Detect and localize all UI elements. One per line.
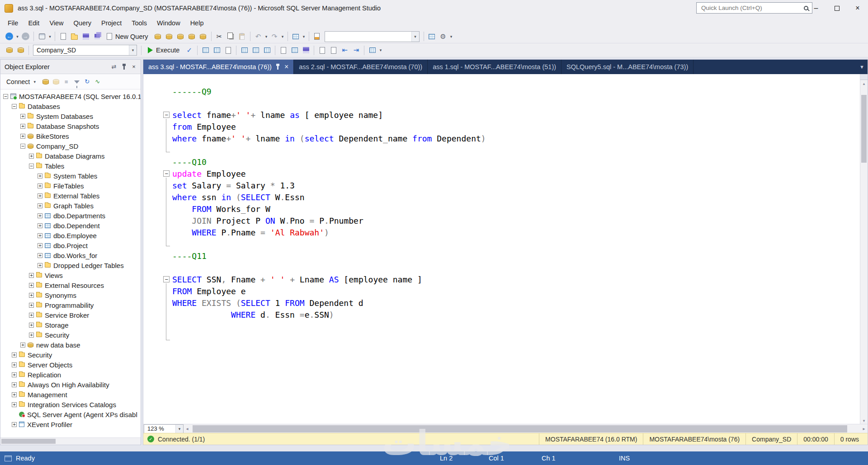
expand-icon[interactable]: + [12,422,17,427]
tree-item[interactable]: +Replication [0,370,141,380]
new-database-engine-query-icon[interactable] [152,31,164,42]
tree-item[interactable]: SQL Server Agent (Agent XPs disabl [0,409,141,419]
quick-launch-input[interactable] [700,4,804,12]
tree-item[interactable]: +BikeStores [0,131,141,141]
comment-icon[interactable] [316,45,328,56]
nav-back-icon[interactable]: ← [4,31,15,42]
tree-item[interactable]: +dbo.Dependent [0,221,141,230]
tree-item[interactable]: +new data base [0,340,141,350]
expand-icon[interactable]: + [38,263,42,268]
scroll-right-icon[interactable]: ▸ [860,424,868,433]
vertical-scrollbar[interactable]: ▴ ▾ [860,74,868,424]
menu-query[interactable]: Query [69,16,97,30]
chevron-down-icon[interactable]: ▾ [411,32,419,42]
tab-4[interactable]: SQLQuery5.sql - M...ABEE74\mosta (73)) [561,60,693,74]
increase-indent-icon[interactable]: ⇥ [350,45,362,56]
tree-item[interactable]: −Company_SD [0,141,141,151]
expand-icon[interactable]: + [12,372,17,377]
decrease-indent-icon[interactable]: ⇤ [339,45,350,56]
expand-icon[interactable]: + [38,203,42,208]
tree-item[interactable]: +Synonyms [0,290,141,300]
minimize-button[interactable]: – [806,0,826,16]
tree-item[interactable]: +Security [0,350,141,360]
close-button[interactable]: × [847,0,868,16]
connect-button[interactable]: Connect ▾ [3,76,40,87]
filter-icon[interactable] [71,76,82,87]
tree-item[interactable]: +XEvent Profiler [0,419,141,429]
available-databases-combo[interactable]: Company_SD▾ [33,45,137,56]
tree-item[interactable]: +Server Objects [0,360,141,370]
expand-icon[interactable]: + [20,134,25,139]
tools-options-icon[interactable]: ⚙ [438,31,449,42]
nav-back-caret[interactable]: ▾ [15,34,20,39]
menu-file[interactable]: File [3,16,23,30]
pin-icon[interactable] [277,66,278,70]
expand-icon[interactable]: + [29,303,34,308]
toolbar-overflow-caret[interactable]: ▾ [378,48,383,52]
collapse-icon[interactable]: − [20,144,25,149]
collapse-region-icon[interactable]: − [163,276,170,282]
disconnect-icon[interactable] [51,76,61,87]
tree-item[interactable]: +FileTables [0,181,141,191]
undo-icon[interactable]: ↶ [253,31,264,42]
new-query-button[interactable]: New Query [103,31,152,42]
chevron-down-icon[interactable]: ▾ [129,45,137,55]
expand-icon[interactable]: + [20,124,25,129]
tree-item[interactable]: +System Databases [0,111,141,121]
expand-icon[interactable]: + [38,174,42,178]
redo-icon[interactable]: ↷ [269,31,280,42]
scroll-up-icon[interactable]: ▴ [860,80,868,87]
expand-icon[interactable]: + [29,283,34,288]
expand-icon[interactable]: + [38,243,42,248]
close-icon[interactable]: × [284,63,288,71]
tree-item[interactable]: +External Resources [0,280,141,290]
parse-icon[interactable]: ✓ [184,45,195,56]
undo-caret[interactable]: ▾ [264,34,269,39]
connect-object-explorer-icon[interactable] [40,76,51,87]
expand-icon[interactable]: + [38,193,42,198]
close-icon[interactable]: × [129,62,139,72]
expand-icon[interactable]: + [29,293,34,298]
horizontal-scroll-thumb[interactable] [1,439,56,444]
tree-item[interactable]: −Databases [0,101,141,111]
tree-item[interactable]: +Service Broker [0,310,141,320]
results-to-file-icon[interactable] [300,45,311,56]
collapse-region-icon[interactable]: − [163,170,170,177]
actual-plan-icon[interactable] [239,45,250,56]
quick-launch-box[interactable] [696,2,812,14]
query-designer-icon[interactable] [290,31,302,42]
expand-icon[interactable]: + [29,313,34,318]
menu-tools[interactable]: Tools [127,16,152,30]
expand-icon[interactable]: + [29,273,34,278]
tab-3[interactable]: ass 1.sql - MOSTAF...ABEE74\mosta (51)) [428,60,561,74]
expand-icon[interactable]: + [20,343,25,348]
expand-icon[interactable]: + [38,183,42,188]
activity-monitor-icon[interactable]: ∿ [92,76,103,87]
query-designer-caret[interactable]: ▾ [302,34,307,39]
object-explorer-tree[interactable]: −MOSTAFARABEE74 (SQL Server 16.0.10−Data… [0,89,141,437]
paste-icon[interactable] [236,31,248,42]
collapse-icon[interactable]: − [29,164,34,169]
tree-item[interactable]: +dbo.Departments [0,211,141,221]
cut-icon[interactable]: ✂ [214,31,225,42]
expand-icon[interactable]: + [38,233,42,238]
expand-icon[interactable]: + [12,402,17,407]
tree-item[interactable]: +Programmability [0,300,141,310]
expand-icon[interactable]: + [29,154,34,159]
tree-item[interactable]: +Always On High Availability [0,380,141,390]
scroll-left-icon[interactable]: ◂ [184,424,191,433]
tree-item[interactable]: +External Tables [0,191,141,201]
zoom-selector[interactable]: 123 % ▾ [144,424,184,433]
expand-icon[interactable]: + [12,382,17,387]
refresh-icon[interactable]: ↻ [82,76,92,87]
splitter-handle-icon[interactable] [860,74,868,80]
menu-window[interactable]: Window [152,16,185,30]
toolbar-options-caret[interactable]: ▾ [449,34,454,39]
vertical-scroll-thumb[interactable] [861,95,867,163]
new-file-icon[interactable] [57,31,69,42]
menu-edit[interactable]: Edit [23,16,44,30]
sqlcmd-mode-icon[interactable] [367,45,378,56]
collapse-region-icon[interactable]: − [163,112,170,118]
results-to-grid-icon[interactable] [289,45,300,56]
menu-project[interactable]: Project [96,16,127,30]
